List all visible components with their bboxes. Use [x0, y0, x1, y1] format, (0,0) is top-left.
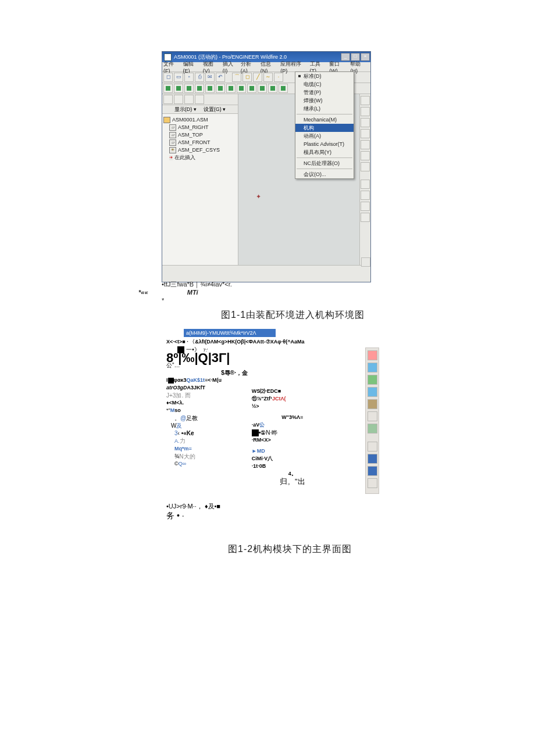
scroll-up-icon[interactable] [361, 257, 370, 267]
rtb-icon[interactable] [361, 96, 370, 105]
menu-item-pipe[interactable]: 管道(P) [295, 88, 354, 96]
tree-tab-4-icon[interactable] [195, 95, 204, 104]
window-title-2: a(M4M9)-YMUWtIt¾Mk*IrV2Λ [186, 330, 256, 336]
strip-icon[interactable] [368, 399, 377, 409]
tree-settings-dropdown[interactable]: 设置(G) ▾ [204, 106, 226, 113]
tool-c-icon[interactable] [184, 84, 194, 93]
garbled-line: X<·<t>■ · 〈&λfI(DΛM<g>HK(Oβ|<ΦAAtt-⑦XAφ·… [166, 338, 386, 346]
rtb-icon[interactable] [361, 180, 370, 189]
menu-item-conference[interactable]: 会议(O)... [295, 170, 354, 178]
print-icon[interactable]: ⎙ [195, 73, 204, 82]
mechanism-window: a(M4M9)-YMUWtIt¾Mk*IrV2Λ X<·<t>■ · 〈&λfI… [166, 329, 386, 532]
menu-insert[interactable]: 插入(I) [223, 60, 237, 74]
rtb-icon[interactable] [361, 151, 370, 160]
strip-icon[interactable] [368, 375, 377, 385]
tree-item-label: ASM_RIGHT [178, 124, 209, 131]
menu-item-cable[interactable]: 电缆(C) [295, 80, 354, 88]
tree-tab-3-icon[interactable] [184, 95, 194, 104]
garbled-line: 。@足教 [174, 414, 248, 422]
strip-icon[interactable] [368, 466, 377, 476]
menu-info[interactable]: 信息(N) [261, 60, 277, 74]
menu-analysis[interactable]: 分析(A) [241, 60, 256, 74]
tool-k-icon[interactable] [268, 84, 277, 93]
rtb-icon[interactable] [361, 202, 370, 211]
garbled-line: W及 [171, 422, 248, 429]
garbled-line: A.力 [174, 437, 248, 445]
strip-icon[interactable] [368, 454, 377, 464]
new-icon[interactable]: ◻ [163, 73, 173, 82]
strip-icon[interactable] [368, 442, 377, 452]
sketch-dot-icon[interactable]: · [274, 73, 283, 82]
garbled-line: ►MD [252, 447, 333, 455]
garbled-line: ⑪⅞"Ztf¹JCtΛ( [252, 395, 333, 403]
window-titlebar-2[interactable]: a(M4M9)-YMUWtIt¾Mk*IrV2Λ [184, 329, 276, 337]
tool-l-icon[interactable] [279, 84, 288, 93]
menu-item-inherit[interactable]: 继承(L) [295, 105, 354, 113]
menu-item-mechanism[interactable]: 机构 [295, 124, 354, 132]
menu-edit[interactable]: 编辑(E) [183, 60, 199, 74]
save-icon[interactable]: ▫ [184, 73, 194, 82]
menu-item-ncpost[interactable]: NC后处理器(O) [295, 159, 354, 167]
csys-icon: ✳ [169, 147, 176, 153]
menu-item-animation[interactable]: 动画(A) [295, 132, 354, 140]
garbled-token: ⑪⅞"Ztf¹ [252, 396, 272, 402]
strip-icon[interactable] [368, 411, 377, 421]
menu-item-mold[interactable]: 模具布局(Y) [295, 148, 354, 156]
tool-e-icon[interactable] [205, 84, 215, 93]
open-icon[interactable]: ▭ [174, 73, 183, 82]
sketch-arc-icon[interactable]: ⌒ [232, 73, 241, 82]
rtb-icon[interactable] [361, 162, 370, 171]
tree-item[interactable]: ✳ASM_DEF_CSYS [163, 146, 237, 154]
garbled-line: ·1t·0B [252, 463, 333, 470]
tree-tab-2-icon[interactable] [174, 95, 183, 104]
tool-j-icon[interactable] [258, 84, 267, 93]
rtb-icon[interactable] [361, 107, 370, 116]
strip-icon[interactable] [368, 478, 377, 488]
sketch-line-icon[interactable]: ◻ [242, 73, 252, 82]
garbled-token: ‹ • [178, 430, 184, 436]
tree-insert-here[interactable]: ➔在此插入 [163, 154, 237, 162]
tree-tab-1-icon[interactable] [163, 95, 173, 104]
strip-icon[interactable] [368, 350, 377, 360]
rtb-icon[interactable] [361, 191, 370, 200]
tool-g-icon[interactable] [226, 84, 236, 93]
garbled-token: 足教 [186, 415, 198, 421]
tool-a-icon[interactable] [163, 84, 173, 93]
right-toolbar [359, 94, 370, 268]
mail-icon[interactable]: ✉ [205, 73, 215, 82]
spacer [252, 369, 333, 388]
menu-item-standard[interactable]: 标准(D) [295, 72, 354, 80]
undo-icon[interactable]: ↶ [216, 73, 225, 82]
tool-b-icon[interactable] [174, 84, 183, 93]
rtb-icon[interactable] [361, 118, 370, 127]
menu-item-plastic[interactable]: Plastic Advisor(T) [295, 140, 354, 148]
strip-icon[interactable] [368, 387, 377, 397]
tree-root[interactable]: ASM0001.ASM [163, 116, 237, 124]
tree-item-label: ASM_DEF_CSYS [178, 146, 220, 154]
garbled-token: QaK$1t [187, 377, 205, 383]
tree-item[interactable]: ▱ASM_FRONT [163, 139, 237, 146]
sketch-slash-icon[interactable]: ╱ [253, 73, 262, 82]
tool-f-icon[interactable] [216, 84, 225, 93]
menu-item-weld[interactable]: 焊接(W) [295, 96, 354, 105]
tool-i-icon[interactable] [247, 84, 256, 93]
tree-item[interactable]: ▱ASM_TOP [163, 131, 237, 139]
garbled-token: Mq*m≡ [174, 446, 192, 452]
tree-item-label: ASM_TOP [178, 131, 203, 139]
garbled-token: φακ3 [174, 377, 187, 383]
rtb-icon[interactable] [361, 129, 370, 138]
tree-display-dropdown[interactable]: 显示(D) ▾ [174, 106, 197, 113]
tool-d-icon[interactable] [195, 84, 204, 93]
rtb-icon[interactable] [361, 140, 370, 149]
menu-view[interactable]: 视图(V) [203, 60, 219, 74]
menu-file[interactable]: 文件(F) [163, 60, 179, 74]
strip-icon[interactable] [368, 424, 377, 433]
rtb-icon[interactable] [361, 213, 370, 222]
tool-h-icon[interactable] [237, 84, 246, 93]
strip-icon[interactable] [368, 363, 377, 372]
model-tree-pane: 显示(D) ▾ 设置(G) ▾ ASM0001.ASM ▱ASM_RIGHT ▱… [162, 94, 238, 268]
tree-item[interactable]: ▱ASM_RIGHT [163, 124, 237, 131]
menu-item-mechanica[interactable]: Mechanica(M) [295, 116, 354, 124]
garbled-token: 及 [176, 422, 182, 429]
sketch-wave-icon[interactable]: ∼ [263, 73, 273, 82]
